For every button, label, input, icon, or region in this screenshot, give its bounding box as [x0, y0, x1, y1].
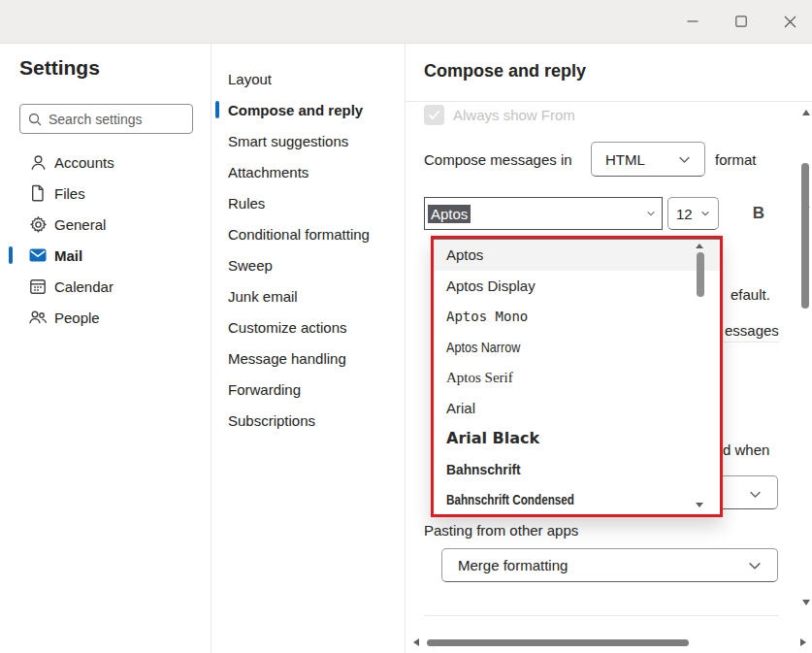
nav-item-label: Sweep [228, 257, 273, 274]
nav-item-forwarding[interactable]: Forwarding [211, 374, 406, 405]
selected-indicator [9, 246, 13, 264]
always-show-from-checkbox[interactable] [424, 105, 444, 125]
minimize-icon [687, 16, 698, 27]
font-option-bahnschrift-condensed[interactable]: Bahnschrift Condensed [434, 484, 720, 514]
font-option-label: Aptos Narrow [446, 332, 520, 363]
sidebar-item-calendar[interactable]: Calendar [0, 271, 211, 302]
chevron-down-icon[interactable] [646, 209, 656, 218]
font-name-combobox[interactable]: Aptos [424, 197, 663, 230]
nav-item-label: Subscriptions [228, 412, 315, 429]
chevron-down-icon [749, 488, 762, 501]
people-icon [28, 308, 48, 327]
settings-category-list: Accounts Files General [0, 147, 211, 333]
nav-item-layout[interactable]: Layout [211, 63, 406, 94]
vertical-scroll-up-arrow[interactable] [802, 110, 810, 115]
sidebar-item-label: Calendar [54, 278, 114, 295]
sidebar-item-label: General [54, 216, 106, 233]
always-show-from-row: Always show From [424, 105, 575, 125]
close-button[interactable] [775, 7, 804, 36]
format-label: format [715, 151, 757, 168]
settings-window: Settings Accounts Files [0, 0, 812, 653]
font-size-select[interactable]: 12 [667, 197, 719, 230]
nav-item-message-handling[interactable]: Message handling [211, 343, 406, 374]
minimize-button[interactable] [678, 7, 707, 36]
horizontal-scrollbar-thumb[interactable] [427, 639, 689, 646]
file-icon [28, 183, 48, 203]
horizontal-scroll-right-arrow[interactable] [800, 638, 806, 646]
nav-item-smart-suggestions[interactable]: Smart suggestions [211, 125, 406, 156]
font-option-bahnschrift[interactable]: Bahnschrift [434, 454, 720, 485]
sidebar-item-people[interactable]: People [0, 302, 211, 333]
nav-item-label: Layout [228, 71, 272, 87]
font-toolbar: Aptos 12 B I [424, 197, 812, 230]
font-option-aptos-narrow[interactable]: Aptos Narrow [434, 332, 720, 363]
message-format-value: HTML [605, 151, 645, 168]
titlebar [0, 0, 812, 44]
vertical-scroll-down-arrow[interactable] [802, 600, 810, 605]
message-format-select[interactable]: HTML [591, 142, 705, 177]
font-option-aptos[interactable]: Aptos [434, 240, 720, 271]
mail-icon [28, 245, 48, 265]
font-option-label: Bahnschrift Condensed [446, 484, 574, 514]
calendar-icon [28, 277, 48, 296]
font-option-aptos-mono[interactable]: Aptos Mono [434, 301, 720, 332]
search-icon [28, 113, 42, 126]
font-option-arial-black[interactable]: Arial Black [434, 423, 720, 454]
chevron-down-icon [678, 153, 691, 166]
dropdown-scrollbar-thumb[interactable] [697, 252, 704, 297]
nav-item-attachments[interactable]: Attachments [211, 156, 406, 187]
sidebar-item-label: Mail [54, 247, 82, 264]
font-option-aptos-display[interactable]: Aptos Display [434, 271, 720, 302]
maximize-icon [735, 16, 747, 27]
nav-item-rules[interactable]: Rules [211, 187, 406, 218]
mail-settings-nav: Layout Compose and reply Smart suggestio… [211, 44, 406, 653]
person-icon [28, 152, 48, 172]
nav-item-customize-actions[interactable]: Customize actions [211, 311, 406, 343]
close-icon [784, 16, 796, 28]
font-dropdown-list: Aptos Aptos Display Aptos Mono Aptos Nar… [434, 239, 720, 514]
sidebar-item-accounts[interactable]: Accounts [0, 147, 211, 178]
nav-item-conditional-formatting[interactable]: Conditional formatting [211, 218, 406, 249]
dropdown-scroll-up-arrow[interactable] [696, 244, 703, 248]
nav-item-compose-and-reply[interactable]: Compose and reply [211, 94, 406, 125]
nav-item-junk-email[interactable]: Junk email [211, 280, 406, 311]
font-option-arial[interactable]: Arial [434, 393, 720, 424]
search-settings-input[interactable] [49, 112, 175, 127]
nav-item-label: Compose and reply [228, 102, 363, 118]
maximize-button[interactable] [727, 7, 756, 36]
compose-format-row: Compose messages in HTML format [424, 142, 812, 177]
font-option-label: Aptos [446, 240, 483, 271]
compose-and-reply-page: Compose and reply Always show From Compo… [406, 44, 812, 653]
nav-item-label: Conditional formatting [228, 226, 370, 243]
nav-item-subscriptions[interactable]: Subscriptions [211, 405, 406, 436]
divider [723, 342, 779, 343]
nav-item-label: Attachments [228, 164, 309, 180]
pasting-value: Merge formatting [458, 557, 568, 573]
horizontal-scroll-left-arrow[interactable] [413, 638, 419, 646]
dropdown-scroll-down-arrow[interactable] [696, 503, 703, 507]
divider [424, 615, 779, 616]
sidebar-item-label: People [54, 310, 100, 326]
bold-button[interactable]: B [742, 197, 775, 230]
nav-item-sweep[interactable]: Sweep [211, 249, 406, 280]
nav-item-label: Smart suggestions [228, 133, 348, 149]
occluded-text-messages: essages [725, 322, 779, 339]
font-option-label: Aptos Mono [446, 302, 528, 333]
occluded-select[interactable] [722, 475, 778, 509]
font-size-value: 12 [676, 206, 693, 222]
sidebar-item-files[interactable]: Files [0, 178, 211, 209]
page-title: Compose and reply [424, 61, 586, 82]
divider [406, 101, 812, 102]
sidebar-item-general[interactable]: General [0, 209, 211, 240]
vertical-scrollbar-thumb[interactable] [801, 163, 809, 309]
nav-item-label: Rules [228, 195, 265, 212]
search-settings-box[interactable] [19, 104, 193, 134]
font-option-aptos-serif[interactable]: Aptos Serif [434, 362, 720, 393]
pasting-select[interactable]: Merge formatting [441, 548, 778, 582]
font-dropdown-highlight: Aptos Aptos Display Aptos Mono Aptos Nar… [431, 236, 723, 517]
nav-item-label: Junk email [228, 288, 298, 305]
sidebar-item-label: Files [54, 185, 85, 202]
sidebar-item-mail[interactable]: Mail [0, 240, 211, 271]
font-option-label: Aptos Display [446, 271, 536, 302]
selected-indicator [215, 101, 219, 118]
